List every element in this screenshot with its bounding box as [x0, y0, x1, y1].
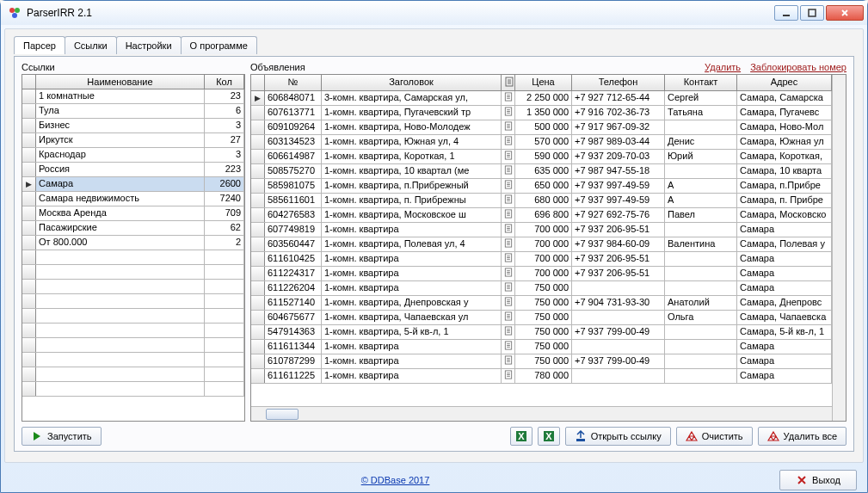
doc-icon: [502, 354, 515, 368]
row-header: [22, 133, 36, 147]
cell-name: [36, 265, 205, 279]
table-row[interactable]: Россия223: [22, 163, 244, 177]
table-row[interactable]: Бизнес3: [22, 119, 244, 133]
cell-phone: +7 937 997-49-59: [572, 194, 665, 207]
ads-grid[interactable]: № Заголовок Цена Телефон Контакт Адрес 6…: [250, 74, 846, 422]
minimize-button[interactable]: [774, 5, 798, 21]
horizontal-scrollbar[interactable]: [251, 406, 832, 421]
row-header: [22, 294, 36, 308]
cell-name: [36, 250, 205, 264]
svg-point-1: [15, 8, 20, 13]
row-header: [251, 135, 265, 149]
row-header: [22, 338, 36, 352]
row-header: [22, 104, 36, 118]
col-contact[interactable]: Контакт: [665, 75, 737, 90]
table-row[interactable]: 6076137711-комн. квартира, Пугачевский т…: [251, 106, 832, 120]
table-row[interactable]: [22, 309, 244, 324]
cell-title: 1-комн. квартира, Чапаевская ул: [322, 311, 502, 324]
export-xls-button[interactable]: X: [538, 427, 560, 446]
table-row[interactable]: 6031345231-комн. квартира, Южная ул, 457…: [251, 135, 832, 150]
cell-price: 700 000: [515, 252, 572, 266]
col-no[interactable]: №: [265, 75, 322, 90]
table-row[interactable]: 6091092641-комн. квартира, Ново-Молодеж5…: [251, 120, 832, 135]
tab-about[interactable]: О программе: [181, 36, 257, 54]
doc-icon: [502, 340, 515, 354]
table-row[interactable]: [22, 353, 244, 367]
open-link-button[interactable]: Открыть ссылку: [565, 427, 671, 446]
row-header-corner: [251, 75, 265, 90]
col-name[interactable]: Наименование: [36, 75, 205, 89]
table-row[interactable]: Иркутск27: [22, 133, 244, 148]
row-header: [22, 250, 36, 264]
tab-panel: Ссылки Наименование Кол 1 комнатные23Тул…: [14, 56, 854, 452]
table-row[interactable]: 6107872991-комн. квартира750 000+7 937 7…: [251, 354, 832, 369]
row-header: [22, 382, 36, 396]
cell-count: [205, 265, 244, 279]
vertical-scrollbar[interactable]: [832, 75, 846, 421]
table-row[interactable]: 6068480713-комн. квартира, Самарская ул,…: [251, 91, 832, 106]
table-row[interactable]: Тула6: [22, 104, 244, 119]
table-row[interactable]: Москва Аренда709: [22, 206, 244, 221]
table-row[interactable]: [22, 382, 244, 397]
clear-button[interactable]: Очистить: [676, 427, 753, 446]
table-row[interactable]: [22, 324, 244, 338]
cell-title: 1-комн. квартира, Днепровская у: [322, 296, 502, 310]
delete-link[interactable]: Удалить: [705, 62, 741, 72]
table-row[interactable]: [22, 367, 244, 382]
delete-all-button[interactable]: Удалить все: [758, 427, 846, 446]
block-number-link[interactable]: Заблокировать номер: [750, 62, 846, 72]
links-grid[interactable]: Наименование Кол 1 комнатные23Тула6Бизне…: [22, 74, 245, 422]
cell-phone: +7 937 799-00-49: [572, 325, 665, 339]
table-row[interactable]: 6046756771-комн. квартира, Чапаевская ул…: [251, 311, 832, 325]
cell-count: 709: [205, 206, 244, 220]
col-price[interactable]: Цена: [515, 75, 572, 90]
run-button[interactable]: Запустить: [22, 427, 102, 446]
cell-address: Самара, 10 кварта: [737, 164, 832, 178]
table-row[interactable]: [22, 338, 244, 353]
table-row[interactable]: 6112262041-комн. квартира750 000Самара: [251, 281, 832, 296]
table-row[interactable]: 6042765831-комн. квартира, Московское ш6…: [251, 208, 832, 223]
close-button[interactable]: [826, 5, 864, 21]
table-row[interactable]: 6077498191-комн. квартира700 000+7 937 2…: [251, 223, 832, 237]
table-row[interactable]: 5859810751-комн. квартира, п.Прибрежный6…: [251, 179, 832, 194]
col-title[interactable]: Заголовок: [322, 75, 502, 90]
titlebar: ParserIRR 2.1: [1, 1, 867, 25]
cell-price: 500 000: [515, 120, 572, 134]
table-row[interactable]: Самара2600: [22, 177, 244, 192]
tab-links[interactable]: Ссылки: [65, 36, 117, 54]
col-phone[interactable]: Телефон: [572, 75, 665, 90]
table-row[interactable]: 5085752701-комн. квартира, 10 квартал (м…: [251, 164, 832, 179]
table-row[interactable]: Краснодар3: [22, 148, 244, 163]
svg-rect-3: [783, 15, 790, 16]
copyright-link[interactable]: © DDBase 2017: [361, 475, 430, 485]
table-row[interactable]: 6115271401-комн. квартира, Днепровская у…: [251, 296, 832, 311]
table-row[interactable]: 5856116011-комн. квартира, п. Прибрежны6…: [251, 194, 832, 208]
table-row[interactable]: 6066149871-комн. квартира, Короткая, 159…: [251, 150, 832, 164]
table-row[interactable]: 6112243171-комн. квартира700 000+7 937 2…: [251, 267, 832, 281]
table-row[interactable]: 6035604471-комн. квартира, Полевая ул, 4…: [251, 237, 832, 252]
tab-parser[interactable]: Парсер: [14, 36, 65, 54]
export-xlsx-button[interactable]: X: [510, 427, 532, 446]
table-row[interactable]: [22, 294, 244, 309]
col-count[interactable]: Кол: [205, 75, 244, 89]
table-row[interactable]: [22, 265, 244, 280]
excel-export-icon: X: [515, 430, 527, 442]
exit-button[interactable]: Выход: [779, 470, 857, 490]
table-row[interactable]: 1 комнатные23: [22, 89, 244, 104]
table-row[interactable]: Пасажирские62: [22, 221, 244, 236]
table-row[interactable]: 6116104251-комн. квартира700 000+7 937 2…: [251, 252, 832, 267]
table-row[interactable]: [22, 250, 244, 265]
row-header: [22, 324, 36, 337]
table-row[interactable]: [22, 280, 244, 294]
table-row[interactable]: 6116112251-комн. квартира780 000Самара: [251, 369, 832, 384]
table-row[interactable]: От 800.0002: [22, 236, 244, 250]
maximize-button[interactable]: [800, 5, 824, 21]
col-doc-icon[interactable]: [502, 75, 515, 90]
cell-address: Самара: [737, 252, 832, 266]
table-row[interactable]: Самара недвижимость7240: [22, 192, 244, 206]
tab-settings[interactable]: Настройки: [116, 36, 182, 54]
cell-name: Иркутск: [36, 133, 205, 147]
table-row[interactable]: 6116113441-комн. квартира750 000Самара: [251, 340, 832, 354]
col-address[interactable]: Адрес: [737, 75, 832, 90]
table-row[interactable]: 5479143631-комн. квартира, 5-й кв-л, 175…: [251, 325, 832, 340]
